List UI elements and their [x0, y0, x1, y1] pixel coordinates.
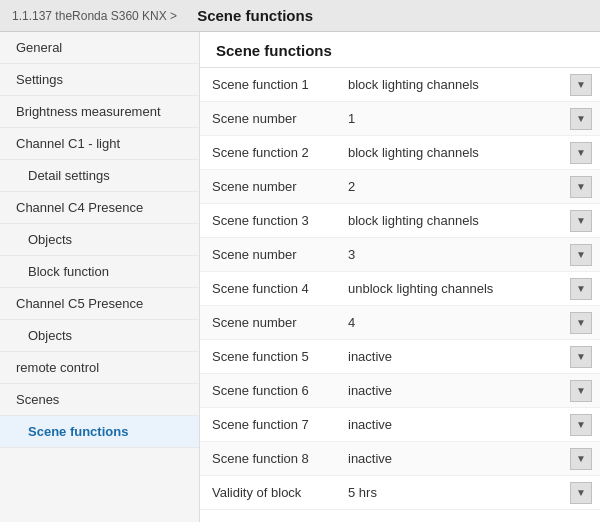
table-row: Validity of block5 hrs▼: [200, 476, 600, 510]
table-row: Scene number2▼: [200, 170, 600, 204]
row-value-text-sf5: inactive: [348, 349, 392, 364]
table-row: Scene number3▼: [200, 238, 600, 272]
row-label-sf3: Scene function 3: [200, 207, 340, 234]
dropdown-arrow-sf8[interactable]: ▼: [570, 448, 592, 470]
table-row: Scene function 2block lighting channels▼: [200, 136, 600, 170]
row-value-text-sf4: unblock lighting channels: [348, 281, 493, 296]
row-value-sf4[interactable]: unblock lighting channels▼: [340, 274, 600, 304]
dropdown-arrow-sf1[interactable]: ▼: [570, 74, 592, 96]
content-area: Scene functions Scene function 1block li…: [200, 32, 600, 522]
page-title: Scene functions: [197, 7, 313, 24]
row-label-sf6: Scene function 6: [200, 377, 340, 404]
row-value-text-sf2: block lighting channels: [348, 145, 479, 160]
sidebar-item-block-function[interactable]: Block function: [0, 256, 199, 288]
row-value-sf1[interactable]: block lighting channels▼: [340, 70, 600, 100]
dropdown-arrow-sn4[interactable]: ▼: [570, 312, 592, 334]
row-value-text-sn1: 1: [348, 111, 355, 126]
row-value-text-sn3: 3: [348, 247, 355, 262]
table-row: Scene function 7inactive▼: [200, 408, 600, 442]
sidebar-item-scenes[interactable]: Scenes: [0, 384, 199, 416]
row-value-sf6[interactable]: inactive▼: [340, 376, 600, 406]
sidebar-item-scene-functions[interactable]: Scene functions: [0, 416, 199, 448]
row-value-sn3[interactable]: 3▼: [340, 240, 600, 270]
dropdown-arrow-validity[interactable]: ▼: [570, 482, 592, 504]
breadcrumb: 1.1.137 theRonda S360 KNX >: [12, 9, 177, 23]
dropdown-arrow-sf5[interactable]: ▼: [570, 346, 592, 368]
row-label-sf8: Scene function 8: [200, 445, 340, 472]
row-value-sf7[interactable]: inactive▼: [340, 410, 600, 440]
main-layout: GeneralSettingsBrightness measurementCha…: [0, 32, 600, 522]
sidebar-item-objects[interactable]: Objects: [0, 224, 199, 256]
row-value-text-sf8: inactive: [348, 451, 392, 466]
row-value-text-sf1: block lighting channels: [348, 77, 479, 92]
sidebar-item-channel-c1-light[interactable]: Channel C1 - light: [0, 128, 199, 160]
row-value-sn4[interactable]: 4▼: [340, 308, 600, 338]
table-row: Scene function 6inactive▼: [200, 374, 600, 408]
row-label-sf4: Scene function 4: [200, 275, 340, 302]
row-value-text-sf6: inactive: [348, 383, 392, 398]
row-value-text-validity: 5 hrs: [348, 485, 377, 500]
table-row: Scene number1▼: [200, 102, 600, 136]
row-value-sn1[interactable]: 1▼: [340, 104, 600, 134]
row-label-sn3: Scene number: [200, 241, 340, 268]
sidebar-item-channel-c4-presence[interactable]: Channel C4 Presence: [0, 192, 199, 224]
header: 1.1.137 theRonda S360 KNX > Scene functi…: [0, 0, 600, 32]
table-row: Scene number4▼: [200, 306, 600, 340]
table-row: Scene function 1block lighting channels▼: [200, 68, 600, 102]
row-value-text-sf7: inactive: [348, 417, 392, 432]
dropdown-arrow-sf4[interactable]: ▼: [570, 278, 592, 300]
row-value-sf5[interactable]: inactive▼: [340, 342, 600, 372]
dropdown-arrow-sn1[interactable]: ▼: [570, 108, 592, 130]
row-label-validity: Validity of block: [200, 479, 340, 506]
sidebar-item-settings[interactable]: Settings: [0, 64, 199, 96]
row-label-sn2: Scene number: [200, 173, 340, 200]
row-value-text-sf3: block lighting channels: [348, 213, 479, 228]
sidebar-item-brightness-measurement[interactable]: Brightness measurement: [0, 96, 199, 128]
row-label-sf2: Scene function 2: [200, 139, 340, 166]
sidebar-item-remote-control[interactable]: remote control: [0, 352, 199, 384]
sidebar: GeneralSettingsBrightness measurementCha…: [0, 32, 200, 522]
table-row: Scene function 8inactive▼: [200, 442, 600, 476]
row-value-sf8[interactable]: inactive▼: [340, 444, 600, 474]
row-value-sf3[interactable]: block lighting channels▼: [340, 206, 600, 236]
sidebar-item-detail-settings[interactable]: Detail settings: [0, 160, 199, 192]
row-value-text-sn2: 2: [348, 179, 355, 194]
table-row: Scene function 4unblock lighting channel…: [200, 272, 600, 306]
dropdown-arrow-sf2[interactable]: ▼: [570, 142, 592, 164]
dropdown-arrow-sn2[interactable]: ▼: [570, 176, 592, 198]
row-label-sn1: Scene number: [200, 105, 340, 132]
content-title: Scene functions: [200, 32, 600, 68]
dropdown-arrow-sn3[interactable]: ▼: [570, 244, 592, 266]
table-row: Scene function 5inactive▼: [200, 340, 600, 374]
row-value-text-sn4: 4: [348, 315, 355, 330]
row-label-sn4: Scene number: [200, 309, 340, 336]
row-label-sf1: Scene function 1: [200, 71, 340, 98]
sidebar-item-channel-c5-presence[interactable]: Channel C5 Presence: [0, 288, 199, 320]
row-value-sn2[interactable]: 2▼: [340, 172, 600, 202]
sidebar-item-objects2[interactable]: Objects: [0, 320, 199, 352]
row-label-sf5: Scene function 5: [200, 343, 340, 370]
sidebar-item-general[interactable]: General: [0, 32, 199, 64]
row-value-sf2[interactable]: block lighting channels▼: [340, 138, 600, 168]
row-label-sf7: Scene function 7: [200, 411, 340, 438]
row-value-validity[interactable]: 5 hrs▼: [340, 478, 600, 508]
table-row: Scene function 3block lighting channels▼: [200, 204, 600, 238]
dropdown-arrow-sf7[interactable]: ▼: [570, 414, 592, 436]
dropdown-arrow-sf3[interactable]: ▼: [570, 210, 592, 232]
dropdown-arrow-sf6[interactable]: ▼: [570, 380, 592, 402]
